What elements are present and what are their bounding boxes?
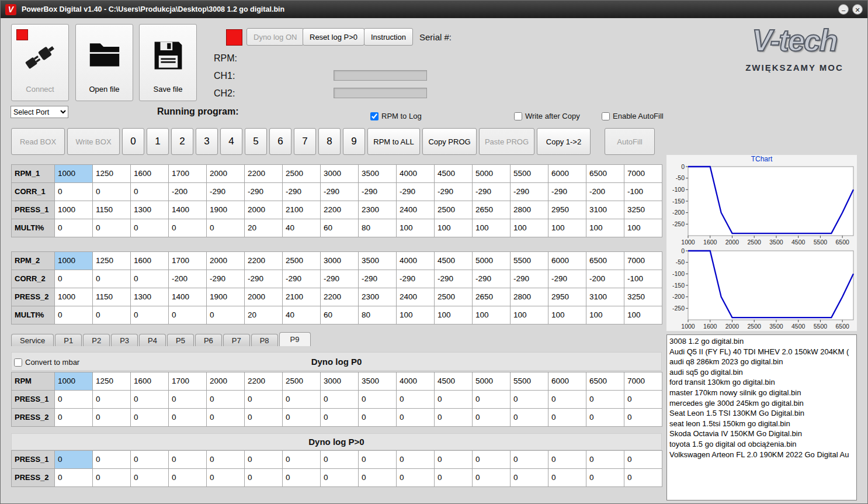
table-cell[interactable]: 1000 (55, 372, 93, 391)
table-cell[interactable]: 0 (245, 391, 283, 409)
table-cell[interactable]: 0 (93, 469, 131, 487)
table-cell[interactable]: 0 (473, 391, 511, 409)
table-cell[interactable]: 0 (283, 451, 321, 469)
table-cell[interactable]: 2400 (397, 288, 435, 306)
digit-button-9[interactable]: 9 (343, 128, 365, 155)
table-cell[interactable]: 0 (511, 469, 548, 487)
table-cell[interactable]: 4000 (397, 165, 435, 183)
table-cell[interactable]: 0 (245, 451, 283, 469)
table-cell[interactable]: 3500 (359, 372, 397, 391)
table-cell[interactable]: -290 (397, 270, 435, 288)
table-cell[interactable]: 0 (435, 469, 473, 487)
table-cell[interactable]: -200 (586, 270, 624, 288)
table-cell[interactable]: 2300 (359, 288, 397, 306)
tab-service[interactable]: Service (11, 334, 54, 346)
table-cell[interactable]: 0 (321, 409, 359, 427)
table-cell[interactable]: -290 (207, 183, 245, 201)
table-cell[interactable]: 5000 (473, 252, 511, 270)
table-cell[interactable]: 0 (359, 409, 397, 427)
table-cell[interactable]: -290 (245, 183, 283, 201)
table-cell[interactable]: 2000 (207, 165, 245, 183)
table-cell[interactable]: 1700 (169, 372, 207, 391)
table-cell[interactable]: 0 (55, 306, 93, 325)
write-after-copy-input[interactable] (514, 112, 522, 120)
table-cell[interactable]: 0 (548, 451, 586, 469)
table-cell[interactable]: 0 (131, 451, 169, 469)
table-cell[interactable]: 80 (359, 306, 397, 325)
table-cell[interactable]: 1900 (207, 201, 245, 219)
table-cell[interactable]: 0 (131, 469, 169, 487)
table-cell[interactable]: 1250 (93, 252, 131, 270)
table-cell[interactable]: 1700 (169, 252, 207, 270)
digit-button-4[interactable]: 4 (220, 128, 242, 155)
tab-p4[interactable]: P4 (139, 334, 166, 346)
table-cell[interactable]: 1600 (131, 165, 169, 183)
table-cell[interactable]: 3000 (321, 165, 359, 183)
table-cell[interactable]: 100 (511, 306, 548, 325)
tab-p8[interactable]: P8 (251, 334, 278, 346)
table-cell[interactable]: 0 (55, 451, 93, 469)
table-cell[interactable]: 3250 (624, 201, 662, 219)
table-cell[interactable]: -290 (548, 270, 586, 288)
table-cell[interactable]: 3100 (586, 201, 624, 219)
table-cell[interactable]: 0 (548, 391, 586, 409)
table-cell[interactable]: 3100 (586, 288, 624, 306)
file-list-item[interactable]: Audi Q5 II (FY FL) 40 TDI MHEV 2.0 150kW… (669, 347, 854, 357)
file-list-item[interactable]: Skoda Octavia IV 150KM Go Digital.bin (669, 429, 854, 439)
write-after-copy-checkbox[interactable]: Write after Copy (514, 112, 580, 120)
table-cell[interactable]: 2950 (548, 288, 586, 306)
table-cell[interactable]: -290 (473, 270, 511, 288)
file-list-item[interactable]: ford transit 130km go digital.bin (669, 377, 854, 388)
table-cell[interactable]: -290 (473, 183, 511, 201)
table-cell[interactable]: 100 (397, 219, 435, 237)
table-cell[interactable]: 100 (473, 219, 511, 237)
table-cell[interactable]: 0 (207, 391, 245, 409)
table-cell[interactable]: 0 (55, 183, 93, 201)
table-cell[interactable]: 2500 (435, 201, 473, 219)
table-cell[interactable]: 1250 (93, 372, 131, 391)
table-cell[interactable]: 100 (586, 219, 624, 237)
table-cell[interactable]: 0 (624, 409, 662, 427)
table-cell[interactable]: 1000 (55, 165, 93, 183)
digit-button-8[interactable]: 8 (318, 128, 341, 155)
reset-log-button[interactable]: Reset log P>0 (303, 28, 364, 46)
table-cell[interactable]: 100 (435, 219, 473, 237)
table-cell[interactable]: 100 (548, 306, 586, 325)
table-cell[interactable]: -290 (359, 270, 397, 288)
table-cell[interactable]: 2500 (283, 372, 321, 391)
table-cell[interactable]: 0 (93, 219, 131, 237)
table-cell[interactable]: 2100 (283, 201, 321, 219)
table-cell[interactable]: 4000 (397, 252, 435, 270)
table-cell[interactable]: 3500 (359, 252, 397, 270)
table-cell[interactable]: 100 (624, 219, 662, 237)
table-cell[interactable]: 0 (169, 391, 207, 409)
enable-autofill-input[interactable] (602, 112, 610, 120)
table-cell[interactable]: -290 (435, 183, 473, 201)
table-cell[interactable]: 100 (548, 219, 586, 237)
table-cell[interactable]: 6000 (548, 372, 586, 391)
table-cell[interactable]: 7000 (624, 165, 662, 183)
table-cell[interactable]: 0 (169, 306, 207, 325)
table-cell[interactable]: 0 (93, 270, 131, 288)
table-cell[interactable]: 0 (55, 270, 93, 288)
table-cell[interactable]: 0 (586, 409, 624, 427)
instruction-button[interactable]: Instruction (364, 28, 413, 46)
table-cell[interactable]: 0 (93, 451, 131, 469)
table-cell[interactable]: 5000 (473, 165, 511, 183)
table-cell[interactable]: 6000 (548, 165, 586, 183)
table-cell[interactable]: -200 (169, 270, 207, 288)
file-list-item[interactable]: toyota 1.5 go digital od obciążenia.bin (669, 439, 854, 450)
table-cell[interactable]: -290 (207, 270, 245, 288)
copy-1-to-2-button[interactable]: Copy 1->2 (537, 128, 591, 155)
read-box-button[interactable]: Read BOX (11, 128, 65, 155)
table-cell[interactable]: 1900 (207, 288, 245, 306)
write-box-button[interactable]: Write BOX (67, 128, 120, 155)
table-cell[interactable]: 2200 (321, 288, 359, 306)
table-cell[interactable]: 0 (245, 469, 283, 487)
table-cell[interactable]: 1400 (169, 288, 207, 306)
table-cell[interactable]: 2000 (207, 252, 245, 270)
table-cell[interactable]: 2950 (548, 201, 586, 219)
table-cell[interactable]: 0 (93, 306, 131, 325)
table-cell[interactable]: 0 (55, 469, 93, 487)
rpm-to-all-button[interactable]: RPM to ALL (367, 128, 420, 155)
